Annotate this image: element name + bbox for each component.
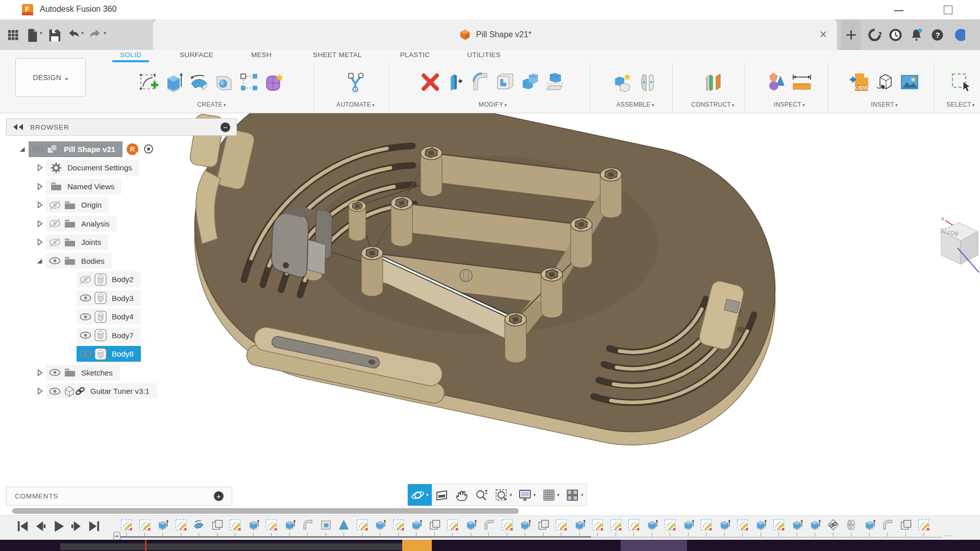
timeline-track[interactable] — [118, 536, 591, 538]
timeline-feature-copy[interactable] — [897, 517, 915, 532]
chevron-down-icon[interactable]: ▾ — [510, 492, 512, 497]
tree-caret-icon[interactable] — [33, 368, 46, 377]
add-comment-icon[interactable]: + — [214, 491, 224, 501]
tree-caret-icon[interactable] — [33, 182, 46, 191]
revolve-button[interactable] — [187, 69, 211, 95]
measure-button[interactable] — [765, 69, 789, 95]
tree-caret-icon[interactable] — [33, 219, 46, 228]
timeline-feature-sketch[interactable] — [589, 517, 607, 532]
joint-button[interactable] — [636, 69, 659, 95]
save-button[interactable] — [47, 28, 61, 42]
tree-item-chip[interactable]: Document Settings — [46, 160, 139, 176]
timeline-feature-copy[interactable] — [208, 517, 227, 532]
ribbon-group-label[interactable]: INSERT▾ — [871, 101, 897, 112]
tree-row-body2[interactable]: Body2 — [6, 270, 237, 289]
timeline-feature-extrude[interactable] — [643, 517, 662, 532]
tree-row-guitar-tuner-v3-1[interactable]: Guitar Tuner v3:1 — [6, 382, 237, 401]
tree-row-body3[interactable]: Body3 — [6, 289, 237, 308]
orbit-button[interactable]: ▾ — [408, 484, 432, 506]
eye-icon[interactable] — [79, 329, 92, 341]
help-icon[interactable]: ? — [930, 28, 944, 42]
eye-icon[interactable] — [31, 143, 44, 155]
close-tab-icon[interactable] — [818, 29, 829, 40]
tree-item-chip[interactable]: Named Views — [46, 179, 121, 194]
create-sketch-button[interactable] — [137, 69, 161, 95]
tree-caret-icon[interactable] — [15, 145, 29, 154]
eye-icon[interactable] — [48, 385, 62, 397]
step-back-button[interactable] — [33, 519, 48, 534]
timeline-feature-extrude[interactable] — [407, 517, 426, 532]
tree-item-chip[interactable]: Analysis — [46, 216, 117, 232]
tree-item-chip[interactable]: Pill Shape v21 — [29, 141, 122, 157]
combine-button[interactable] — [519, 69, 542, 95]
display-settings-button[interactable]: ▾ — [515, 484, 539, 506]
timeline-feature-sketch[interactable] — [733, 517, 752, 532]
eye-icon[interactable] — [79, 348, 92, 360]
insert-mesh-button[interactable] — [873, 69, 896, 95]
chevron-down-icon[interactable]: ▾ — [557, 492, 560, 497]
timeline-feature-fillet[interactable] — [480, 517, 498, 532]
tree-caret-icon[interactable] — [33, 163, 46, 172]
tree-item-chip[interactable]: Origin — [46, 197, 109, 213]
tree-caret-icon[interactable] — [33, 387, 46, 395]
tree-caret-icon[interactable] — [33, 238, 46, 246]
timeline-feature-extrude[interactable] — [861, 517, 879, 532]
ribbon-tab-sheet-metal[interactable]: SHEET METAL — [299, 51, 376, 62]
timeline-feature-sketch[interactable] — [389, 517, 408, 532]
file-button[interactable]: ▾ — [25, 28, 42, 42]
tree-caret-icon[interactable] — [33, 201, 46, 209]
chevron-down-icon[interactable]: ▾ — [533, 492, 536, 497]
construct-plane-button[interactable] — [701, 69, 725, 95]
document-tab[interactable]: Pill Shape v21* — [153, 19, 837, 50]
window-minimize-button[interactable] — [891, 4, 906, 15]
tree-row-body7[interactable]: Body7 — [6, 326, 237, 345]
pattern-button[interactable] — [237, 69, 261, 95]
timeline-feature-extrude[interactable] — [716, 517, 734, 532]
timeline-feature-extrude[interactable] — [281, 517, 299, 532]
insert-svg-button[interactable]: SVG — [848, 69, 871, 95]
ribbon-group-label[interactable]: CREATE▾ — [197, 101, 226, 112]
window-maximize-button[interactable] — [940, 4, 955, 15]
skip-start-button[interactable] — [15, 519, 30, 534]
chevron-down-icon[interactable]: ▾ — [426, 492, 429, 497]
chevron-down-icon[interactable]: ▾ — [81, 30, 84, 36]
eye-off-icon[interactable] — [48, 236, 62, 248]
tree-row-named-views[interactable]: Named Views — [6, 177, 237, 196]
timeline-feature-sketch[interactable] — [661, 517, 679, 532]
timeline-feature-joint[interactable] — [842, 517, 861, 532]
timeline-feature-sketch[interactable] — [353, 517, 372, 532]
tree-item-chip[interactable]: Body4 — [77, 309, 141, 324]
view-cube[interactable]: X BOTTOM — [940, 215, 980, 279]
timeline-feature-extrude[interactable] — [516, 517, 534, 532]
timeline-feature-sketch[interactable] — [226, 517, 244, 532]
timeline-feature-sketch[interactable] — [136, 517, 154, 532]
shell-button[interactable] — [494, 69, 517, 95]
eye-off-icon[interactable] — [79, 273, 92, 286]
tree-item-chip[interactable]: Body3 — [77, 290, 141, 306]
tree-item-chip[interactable]: Body7 — [77, 328, 141, 343]
timeline-feature-sketch[interactable] — [625, 517, 643, 532]
timeline-track-future[interactable] — [591, 537, 942, 538]
timeline-feature-sketch[interactable] — [117, 517, 136, 532]
tree-row-body8[interactable]: Body8 — [6, 345, 237, 364]
look-at-button[interactable] — [432, 484, 452, 506]
ribbon-group-label[interactable]: CONSTRUCT▾ — [691, 101, 734, 112]
eye-icon[interactable] — [48, 255, 62, 267]
notifications-icon[interactable] — [910, 28, 923, 42]
eye-icon[interactable] — [79, 292, 92, 304]
timeline-feature-extrude[interactable] — [154, 517, 172, 532]
step-forward-button[interactable] — [69, 519, 84, 534]
timeline-feature-sketch[interactable] — [498, 517, 517, 532]
eye-icon[interactable] — [79, 311, 92, 323]
zoom-button[interactable] — [472, 484, 492, 506]
ribbon-tab-plastic[interactable]: PLASTIC — [387, 51, 443, 62]
skip-end-button[interactable] — [87, 519, 102, 534]
tree-row-joints[interactable]: Joints — [6, 233, 237, 252]
ribbon-tab-utilities[interactable]: UTILITIES — [453, 51, 514, 62]
ribbon-group-label[interactable]: INSPECT▾ — [774, 101, 805, 112]
comments-bar[interactable]: COMMENTS + — [6, 487, 232, 506]
undo-button[interactable]: ▾ — [66, 28, 84, 42]
tree-row-sketches[interactable]: Sketches — [6, 363, 237, 382]
history-icon[interactable] — [889, 28, 902, 42]
delete-button[interactable] — [419, 69, 442, 95]
